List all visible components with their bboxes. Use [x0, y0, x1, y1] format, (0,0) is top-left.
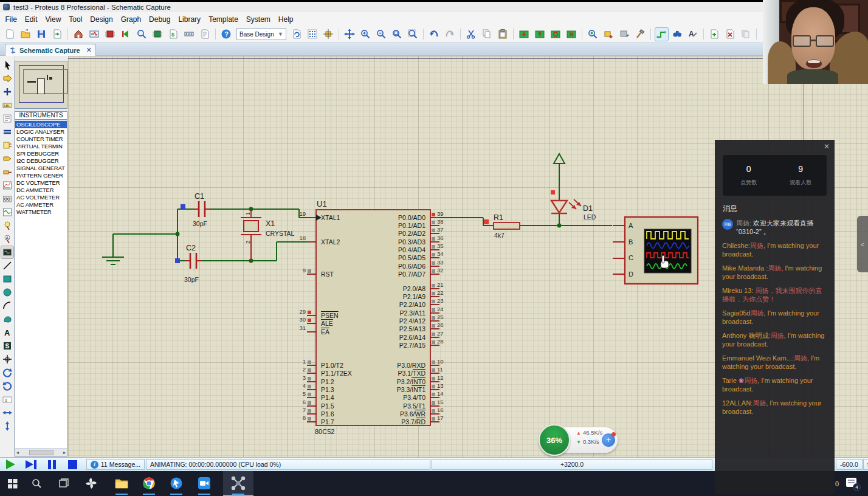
search-tag-button[interactable] [671, 28, 684, 41]
line-2d-icon[interactable] [1, 260, 13, 272]
menu-help[interactable]: Help [274, 13, 297, 26]
generator-mode-icon[interactable] [1, 206, 13, 218]
schematic-capture-button[interactable] [88, 28, 101, 41]
instrument-signal-generat[interactable]: SIGNAL GENERAT [15, 165, 67, 172]
tab-close-icon[interactable]: ✕ [86, 46, 92, 54]
menu-edit[interactable]: Edit [21, 13, 41, 26]
pinwheel-app-icon[interactable] [84, 476, 98, 491]
rotate-anticlockwise-icon[interactable] [1, 380, 13, 392]
symbol-2d-icon[interactable]: S [1, 340, 13, 352]
block-copy-button[interactable] [518, 28, 531, 41]
paste-button[interactable] [497, 28, 509, 41]
component-mode-icon[interactable] [1, 72, 13, 84]
new-sheet-button[interactable] [708, 28, 721, 41]
taskbar-search-icon[interactable] [29, 476, 44, 491]
quicker-app-icon[interactable] [169, 476, 184, 491]
block-move-button[interactable] [534, 28, 546, 41]
zoom-in-button[interactable] [359, 28, 372, 41]
mirror-y-icon[interactable] [1, 420, 13, 432]
tab-schematic-capture[interactable]: Schematic Capture ✕ [5, 44, 96, 56]
voltage-probe-mode-icon[interactable] [1, 219, 13, 232]
instrument-counter-timer[interactable]: COUNTER TIMER [15, 136, 67, 143]
instrument-dc-ammeter[interactable]: DC AMMETER [15, 187, 67, 194]
instrument-ac-ammeter[interactable]: AC AMMETER [15, 201, 67, 208]
zoom-area-button[interactable] [391, 28, 404, 41]
menu-view[interactable]: View [41, 13, 65, 26]
menu-design[interactable]: Design [86, 13, 117, 26]
buses-mode-icon[interactable] [1, 126, 13, 138]
wire-label-mode-icon[interactable]: LBL [1, 99, 13, 111]
block-rotate-button[interactable] [549, 28, 562, 41]
block-delete-button[interactable] [565, 28, 578, 41]
menu-debug[interactable]: Debug [145, 13, 174, 26]
virtual-instruments-mode-icon[interactable] [1, 246, 13, 258]
subcircuit-mode-icon[interactable] [1, 139, 13, 151]
electra-button[interactable] [183, 28, 196, 41]
packaging-tool-button[interactable] [618, 28, 631, 41]
instrument-dc-voltmeter[interactable]: DC VOLTMETER [15, 179, 67, 187]
rotation-angle-icon[interactable]: 0 [1, 393, 13, 405]
zoom-all-button[interactable] [407, 28, 419, 41]
goto-sheet-button[interactable] [740, 28, 753, 41]
menu-file[interactable]: File [1, 13, 21, 26]
text-2d-icon[interactable]: A [1, 326, 13, 339]
arc-2d-icon[interactable] [1, 300, 13, 312]
make-device-button[interactable] [602, 28, 615, 41]
chat-close-icon[interactable]: ✕ [824, 142, 830, 151]
new-file-button[interactable] [4, 28, 16, 41]
proteus-taskbar-icon[interactable] [231, 476, 246, 491]
selection-pointer-icon[interactable] [1, 59, 13, 71]
instrument-ac-voltmeter[interactable]: AC VOLTMETER [15, 194, 67, 201]
instrument-spi-debugger[interactable]: SPI DEBUGGER [15, 150, 67, 157]
menu-graph[interactable]: Graph [117, 13, 145, 26]
gerber-viewer-button[interactable] [136, 28, 148, 41]
refresh-display-button[interactable] [291, 28, 303, 41]
bom-button[interactable]: $ [167, 28, 180, 41]
ares-button[interactable] [151, 28, 164, 41]
pcb-layout-button[interactable] [104, 28, 117, 41]
junction-dot-mode-icon[interactable] [1, 86, 13, 98]
menu-system[interactable]: System [242, 13, 274, 26]
origin-button[interactable] [322, 28, 335, 41]
mirror-x-icon[interactable] [1, 407, 13, 419]
start-button[interactable] [5, 476, 19, 491]
play-button[interactable] [2, 459, 18, 470]
cut-button[interactable] [465, 28, 478, 41]
chat-message-list[interactable]: 周扬周扬: 欢迎大家来观看直播 “0310-2” 。Chileshe:周扬, I… [722, 219, 828, 489]
instrument-pattern-gener[interactable]: PATTERN GENER [15, 172, 67, 179]
overview-minimap[interactable] [15, 61, 67, 109]
task-view-icon[interactable] [57, 476, 71, 491]
graph-mode-icon[interactable] [1, 179, 13, 191]
save-button[interactable] [35, 28, 48, 41]
menu-template[interactable]: Template [205, 13, 243, 26]
open-file-button[interactable] [19, 28, 32, 41]
instrument-virtual-termin[interactable]: VIRTUAL TERMIN [15, 143, 67, 150]
decompose-button[interactable] [634, 28, 647, 41]
pan-button[interactable] [343, 28, 356, 41]
file-explorer-icon[interactable] [114, 476, 129, 491]
import-button[interactable] [51, 28, 64, 41]
copy-button[interactable] [481, 28, 494, 41]
3d-viewer-button[interactable] [120, 28, 133, 41]
stop-button[interactable] [64, 459, 80, 470]
zoom-out-button[interactable] [375, 28, 388, 41]
chrome-icon[interactable] [142, 476, 156, 491]
redo-button[interactable] [444, 28, 456, 41]
circle-2d-icon[interactable] [1, 286, 13, 298]
message-log[interactable]: i11 Message... [86, 459, 145, 470]
instrument-oscilloscope[interactable]: OSCILLOSCOPE [15, 121, 67, 128]
path-2d-icon[interactable] [1, 313, 13, 325]
tape-recorder-mode-icon[interactable] [1, 193, 13, 205]
rotate-clockwise-icon[interactable] [1, 367, 13, 379]
design-selector-dropdown[interactable]: Base Design▼ [236, 28, 286, 40]
instruments-list[interactable]: OSCILLOSCOPELOGIC ANALYSERCOUNTER TIMERV… [15, 120, 67, 452]
marker-2d-icon[interactable] [1, 353, 13, 365]
instrument-logic-analyser[interactable]: LOGIC ANALYSER [15, 128, 67, 136]
menu-tool[interactable]: Tool [65, 13, 86, 26]
wire-autorouter-button[interactable] [655, 28, 668, 41]
box-2d-icon[interactable] [1, 273, 13, 285]
chat-collapse-handle[interactable]: < [857, 216, 868, 272]
current-probe-mode-icon[interactable]: A [1, 233, 13, 245]
screen-recorder-icon[interactable] [197, 476, 212, 491]
pick-parts-button[interactable] [587, 28, 599, 41]
